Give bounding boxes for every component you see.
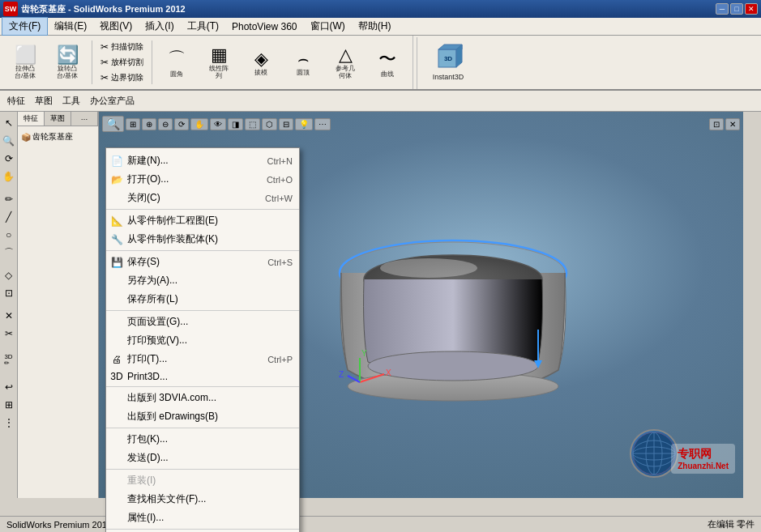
send-menu-item[interactable]: 发送(D)... [106, 449, 299, 467]
vp-fit-btn[interactable]: ⊞ [126, 118, 140, 130]
find-related-icon [109, 492, 124, 507]
side-zoom-btn[interactable]: 🔍 [1, 133, 17, 149]
loft-cut-button[interactable]: ✂ 放样切割 [96, 55, 147, 70]
minimize-button[interactable]: ─ [716, 3, 729, 15]
side-relation-btn[interactable]: ⊡ [1, 285, 17, 301]
vp-lights-btn[interactable]: 💡 [295, 118, 313, 130]
reload-menu-item: 重装(I) [106, 471, 299, 490]
boundary-cut-button[interactable]: ✂ 边界切除 [96, 70, 147, 85]
menu-item-photoview[interactable]: PhotoView 360 [225, 19, 304, 34]
vp-zoom-out-btn[interactable]: ⊖ [158, 118, 173, 130]
side-3d-btn[interactable]: 3D✏ [1, 348, 17, 372]
side-expand-btn[interactable]: ⊞ [1, 397, 17, 413]
draft-button[interactable]: ◈ 拔模 [241, 39, 281, 86]
close-menu-item[interactable]: 关闭(C) Ctrl+W [106, 189, 299, 207]
publish-3dvia-menu-item[interactable]: 出版到 3DVIA.com... [106, 389, 299, 407]
make-assembly-menu-item[interactable]: 🔧 从零件制作装配体(K) [106, 230, 299, 249]
sketch-tab-btn[interactable]: 草图 [31, 93, 57, 109]
side-rotate-btn[interactable]: ⟳ [1, 151, 17, 167]
vp-shading-btn[interactable]: ◨ [228, 118, 243, 130]
reload-icon [109, 474, 124, 488]
file-section-5: 出版到 3DVIA.com... 出版到 eDrawings(B) [106, 387, 299, 428]
file-section-4: 页面设置(G)... 打印预览(V)... 🖨 打印(T)... Ctrl+P … [106, 311, 299, 387]
version-label: SolidWorks Premium 2012 [6, 520, 112, 530]
pack-menu-item[interactable]: 打包(K)... [106, 430, 299, 449]
vp-section-btn[interactable]: ⊟ [279, 118, 293, 130]
file-section-6: 打包(K)... 发送(D)... [106, 428, 299, 470]
new-menu-item[interactable]: 📄 新建(N)... Ctrl+N [106, 151, 299, 170]
vp-new-window-btn[interactable]: ⊡ [709, 118, 724, 130]
vp-zoom-btn[interactable]: 🔍 [102, 116, 124, 132]
linear-pattern-icon: ▦ [211, 45, 228, 66]
print3d-menu-item[interactable]: 3D Print3D... [106, 368, 299, 385]
print-preview-menu-item[interactable]: 打印预览(V)... [106, 331, 299, 350]
panel-tab-sketch[interactable]: 草图 [45, 112, 71, 126]
menu-item-file[interactable]: 文件(F) [2, 17, 48, 36]
side-more-btn[interactable]: ⋮ [1, 415, 17, 431]
page-setup-menu-item[interactable]: 页面设置(G)... [106, 313, 299, 331]
properties-icon [109, 511, 124, 526]
make-drawing-menu-item[interactable]: 📐 从零件制作工程图(E) [106, 211, 299, 230]
panel-tab-more[interactable]: … [71, 112, 98, 126]
ref-geometry-button[interactable]: △ 参考几何体 [325, 39, 366, 86]
vp-close-btn[interactable]: ✕ [725, 118, 740, 130]
menu-item-window[interactable]: 窗口(W) [304, 18, 352, 35]
file-section-2: 📐 从零件制作工程图(E) 🔧 从零件制作装配体(K) [106, 210, 299, 251]
fillet-button[interactable]: ⌒ 圆角 [156, 39, 197, 86]
print-icon: 🖨 [109, 352, 124, 367]
side-pan-btn[interactable]: ✋ [1, 168, 17, 185]
open-menu-item[interactable]: 📂 打开(O)... Ctrl+O [106, 170, 299, 189]
vp-more-btn[interactable]: ⋯ [314, 118, 331, 130]
print-menu-item[interactable]: 🖨 打印(T)... Ctrl+P [106, 350, 299, 368]
toolbar-row2: 特征 草图 工具 办公室产品 [0, 91, 761, 112]
tools-tab-btn[interactable]: 工具 [58, 93, 84, 109]
curves-button[interactable]: 〜 曲线 [367, 39, 408, 86]
side-arc-btn[interactable]: ⌒ [1, 245, 17, 261]
part-icon: 📦 [21, 133, 31, 142]
side-sketch-btn[interactable]: ✏ [1, 191, 17, 207]
panel-tab-feature[interactable]: 特征 [18, 112, 45, 126]
make-assembly-icon: 🔧 [109, 232, 124, 247]
feature-tab-btn[interactable]: 特征 [3, 93, 29, 109]
maximize-button[interactable]: □ [730, 3, 743, 15]
side-dim-btn[interactable]: ◇ [1, 267, 17, 283]
instant3d-button[interactable]: 3D Instant3D [424, 39, 472, 86]
save-all-menu-item[interactable]: 保存所有(L) [106, 290, 299, 309]
publish-edrawings-menu-item[interactable]: 出版到 eDrawings(B) [106, 407, 299, 426]
menu-item-edit[interactable]: 编辑(E) [48, 18, 93, 35]
instant3d-label: Instant3D [433, 74, 464, 82]
extrude-boss-button[interactable]: ⬜ 拉伸凸台/基体 [5, 39, 45, 86]
find-related-menu-item[interactable]: 查找相关文件(F)... [106, 490, 299, 509]
side-delete-btn[interactable]: ✕ [1, 308, 17, 324]
svg-text:3D: 3D [444, 55, 452, 62]
properties-menu-item[interactable]: 属性(I)... [106, 509, 299, 527]
vp-rotate-btn[interactable]: ⟳ [174, 118, 189, 130]
menu-item-view[interactable]: 视图(V) [93, 18, 139, 35]
close-button[interactable]: ✕ [745, 3, 758, 15]
sweep-cut-button[interactable]: ✂ 扫描切除 [96, 40, 147, 54]
viewport-toolbar: 🔍 ⊞ ⊕ ⊖ ⟳ ✋ 👁 ◨ ⬚ ⬡ ⊟ 💡 ⋯ ⊡ ✕ [99, 115, 743, 133]
vp-view-btn[interactable]: 👁 [210, 118, 226, 130]
vp-wire-btn[interactable]: ⬡ [262, 118, 277, 130]
dome-button[interactable]: ⌢ 圆顶 [283, 39, 323, 86]
vp-pan-btn[interactable]: ✋ [190, 118, 208, 130]
revolve-boss-button[interactable]: 🔄 旋转凸台/基体 [47, 39, 88, 86]
vp-zoom-in-btn[interactable]: ⊕ [142, 118, 156, 130]
svg-text:X: X [386, 368, 391, 377]
vp-hidden-btn[interactable]: ⬚ [245, 118, 260, 130]
linear-pattern-button[interactable]: ▦ 线性阵列 [199, 39, 239, 86]
menu-item-insert[interactable]: 插入(I) [139, 18, 180, 35]
toolbar-divider3 [417, 37, 417, 89]
side-circle-btn[interactable]: ○ [1, 227, 17, 243]
print-shortcut: Ctrl+P [251, 355, 293, 364]
menu-item-tools[interactable]: 工具(T) [181, 18, 225, 35]
save-as-menu-item[interactable]: 另存为(A)... [106, 271, 299, 290]
save-menu-item[interactable]: 💾 保存(S) Ctrl+S [106, 253, 299, 271]
side-trim-btn[interactable]: ✂ [1, 326, 17, 342]
side-arrow-btn[interactable]: ↩ [1, 379, 17, 395]
side-select-btn[interactable]: ↖ [1, 115, 17, 131]
feature-tree-item[interactable]: 📦 齿轮泵基座 [19, 130, 96, 144]
side-line-btn[interactable]: ╱ [1, 209, 17, 225]
office-product-tab-btn[interactable]: 办公室产品 [86, 93, 139, 109]
menu-item-help[interactable]: 帮助(H) [352, 18, 398, 35]
